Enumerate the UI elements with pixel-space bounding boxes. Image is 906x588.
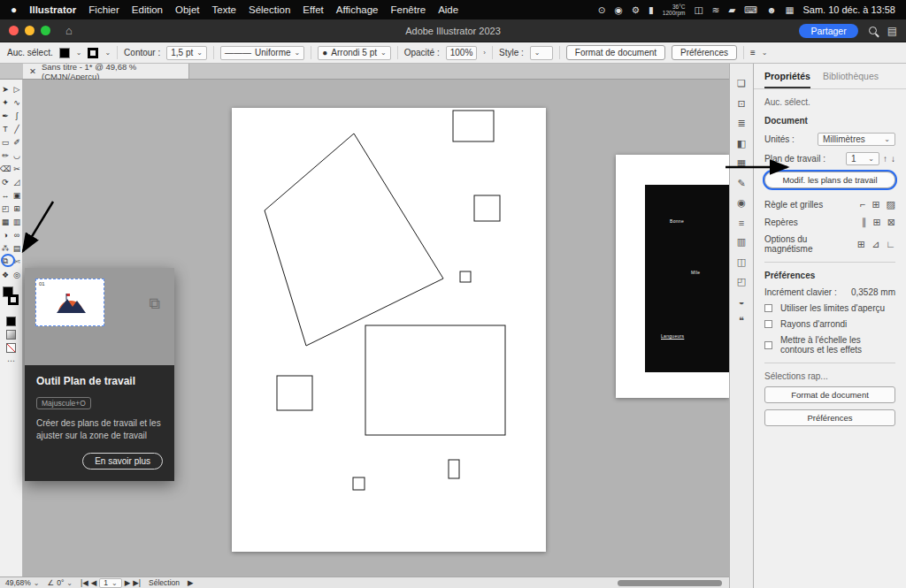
settings-status-icon[interactable]: ⚙ bbox=[632, 4, 640, 15]
color-panel-icon[interactable]: ◧ bbox=[737, 138, 746, 149]
perspective-grid-tool[interactable]: ⊞ bbox=[12, 202, 23, 215]
artboards-panel-icon[interactable]: ⊡ bbox=[737, 98, 745, 110]
clear-guides-icon[interactable]: ⊠ bbox=[887, 217, 895, 228]
first-artboard-icon[interactable]: |◀ bbox=[81, 578, 88, 587]
libraries-panel-icon[interactable]: ❏ bbox=[737, 78, 746, 89]
hand-tool[interactable]: ❖ bbox=[0, 268, 12, 281]
square-shape-2[interactable] bbox=[277, 376, 312, 410]
appearance-panel-icon[interactable]: ◰ bbox=[737, 276, 746, 287]
zoom-tool[interactable]: ◎ bbox=[12, 268, 23, 281]
artboard-2[interactable]: Bonne Mlle Langueurs bbox=[616, 155, 729, 398]
gradient-tool[interactable]: ▥ bbox=[12, 215, 23, 228]
curvature-tool[interactable]: ʃ bbox=[12, 109, 23, 122]
scale-strokes-checkbox[interactable] bbox=[764, 341, 772, 349]
artboard-down-icon[interactable]: ↓ bbox=[891, 154, 895, 164]
type-tool[interactable]: T bbox=[0, 122, 12, 135]
preferences-button[interactable]: Préférences bbox=[672, 45, 737, 60]
rectangle-shape-1[interactable] bbox=[453, 111, 494, 141]
small-rect-shape[interactable] bbox=[449, 460, 459, 478]
lock-guides-icon[interactable]: ⊞ bbox=[873, 217, 881, 228]
snap-to-point-icon[interactable]: ⊿ bbox=[871, 239, 879, 250]
battery-icon[interactable]: ▰ bbox=[728, 4, 735, 15]
next-artboard-icon[interactable]: ▶ bbox=[125, 578, 131, 587]
artboard-nav-dropdown[interactable]: 1 ⌄ bbox=[99, 578, 121, 588]
rectangle-tool[interactable]: ▭ bbox=[0, 135, 12, 149]
magic-wand-tool[interactable]: ✦ bbox=[0, 95, 12, 109]
edit-artboards-button[interactable]: Modif. les plans de travail bbox=[764, 172, 895, 188]
stroke-chevron-icon[interactable]: ⌄ bbox=[104, 49, 111, 57]
square-shape-1[interactable] bbox=[474, 195, 500, 221]
stroke-profile-dropdown[interactable]: ——— Uniforme ⌄ bbox=[220, 46, 304, 60]
layers-panel-icon[interactable]: ≣ bbox=[737, 118, 745, 129]
menu-fenetre[interactable]: Fenêtre bbox=[391, 4, 426, 15]
menu-effet[interactable]: Effet bbox=[303, 4, 323, 15]
shape-builder-tool[interactable]: ◰ bbox=[0, 202, 12, 215]
fill-swatch[interactable] bbox=[59, 48, 70, 58]
close-tab-icon[interactable]: ✕ bbox=[29, 66, 36, 76]
direct-selection-tool[interactable]: ▷ bbox=[12, 82, 23, 95]
stroke-panel-icon[interactable]: ≡ bbox=[739, 218, 744, 228]
brushes-panel-icon[interactable]: ✎ bbox=[737, 178, 745, 189]
menu-edition[interactable]: Edition bbox=[132, 4, 163, 15]
pen-tool[interactable]: ✒ bbox=[0, 109, 12, 122]
meter-icon[interactable]: ▮ bbox=[649, 4, 654, 15]
chevron-down-icon[interactable]: ⌄ bbox=[762, 49, 768, 57]
blend-tool[interactable]: ∞ bbox=[12, 228, 23, 241]
close-window-button[interactable] bbox=[9, 26, 19, 35]
zoom-window-button[interactable] bbox=[41, 26, 50, 35]
graph-tool[interactable]: ▤ bbox=[12, 241, 23, 255]
corner-radius-checkbox[interactable] bbox=[764, 320, 772, 328]
menu-app-name[interactable]: Illustrator bbox=[29, 4, 76, 15]
menu-fichier[interactable]: Fichier bbox=[88, 4, 119, 15]
control-center-icon[interactable]: ▦ bbox=[786, 4, 795, 15]
show-grid-icon[interactable]: ⊞ bbox=[871, 199, 879, 210]
fill-chevron-icon[interactable]: ⌄ bbox=[76, 49, 82, 57]
eraser-tool[interactable]: ⌫ bbox=[0, 162, 12, 175]
menu-objet[interactable]: Objet bbox=[175, 4, 200, 15]
gradient-mode-icon[interactable] bbox=[6, 330, 16, 340]
show-guides-icon[interactable]: ∥ bbox=[862, 217, 867, 228]
artboard-up-icon[interactable]: ↑ bbox=[883, 154, 887, 164]
width-tool[interactable]: ↔ bbox=[0, 188, 12, 202]
scissors-tool[interactable]: ✂ bbox=[12, 162, 23, 175]
shaper-tool[interactable]: ◡ bbox=[12, 149, 23, 162]
snap-to-glyph-icon[interactable]: ∟ bbox=[886, 239, 895, 250]
free-transform-tool[interactable]: ▣ bbox=[12, 188, 23, 202]
menu-selection[interactable]: Sélection bbox=[249, 4, 290, 15]
gradient-panel-icon[interactable]: ▥ bbox=[737, 236, 746, 248]
paintbrush-tool[interactable]: ✐ bbox=[12, 135, 23, 149]
brush-dropdown[interactable]: ● Arrondi 5 pt ⌄ bbox=[318, 46, 390, 60]
rotate-tool[interactable]: ⟳ bbox=[0, 175, 12, 188]
quick-preferences-button[interactable]: Préférences bbox=[764, 409, 895, 426]
menu-clock[interactable]: Sam. 10 déc. à 13:58 bbox=[802, 4, 895, 15]
search-icon[interactable] bbox=[869, 27, 877, 34]
workspace-switcher-icon[interactable]: ▤ bbox=[887, 25, 897, 37]
document-tab[interactable]: ✕ Sans titre - 1* @ 49,68 % (CMJN/Aperçu… bbox=[23, 64, 189, 79]
status-circle-icon[interactable]: ⊙ bbox=[598, 4, 606, 15]
pencil-tool[interactable]: ✏ bbox=[0, 149, 12, 162]
stroke-swatch[interactable] bbox=[88, 48, 98, 58]
zoom-level-dropdown[interactable]: 49,68% ⌄ bbox=[5, 578, 40, 587]
swatches-panel-icon[interactable]: ▦ bbox=[737, 157, 746, 169]
symbols-panel-icon[interactable]: ◉ bbox=[737, 197, 746, 209]
lasso-tool[interactable]: ∿ bbox=[12, 95, 23, 109]
document-setup-button[interactable]: Format de document bbox=[566, 45, 665, 60]
horizontal-scrollbar[interactable] bbox=[618, 580, 722, 586]
minimize-window-button[interactable] bbox=[25, 26, 35, 35]
menu-affichage[interactable]: Affichage bbox=[336, 4, 379, 15]
tab-libraries[interactable]: Bibliothèques bbox=[823, 71, 879, 88]
color-mode-icon[interactable] bbox=[6, 317, 16, 326]
mesh-tool[interactable]: ▦ bbox=[0, 215, 12, 228]
menu-texte[interactable]: Texte bbox=[211, 4, 236, 15]
small-square-shape-2[interactable] bbox=[353, 477, 365, 490]
transparency-grid-icon[interactable]: ▨ bbox=[887, 199, 895, 210]
display-icon[interactable]: ◫ bbox=[694, 4, 703, 15]
snap-to-grid-icon[interactable]: ⊞ bbox=[857, 239, 865, 250]
stroke-weight-dropdown[interactable]: 1,5 pt ⌄ bbox=[166, 46, 207, 60]
home-icon[interactable]: ⌂ bbox=[65, 24, 73, 37]
units-dropdown[interactable]: Millimètres ⌄ bbox=[818, 133, 895, 146]
artboard-1[interactable] bbox=[232, 108, 546, 552]
opacity-more-icon[interactable]: › bbox=[483, 49, 486, 57]
record-status-icon[interactable]: ◉ bbox=[614, 4, 622, 15]
align-options-icon[interactable]: ≡ bbox=[750, 48, 756, 57]
